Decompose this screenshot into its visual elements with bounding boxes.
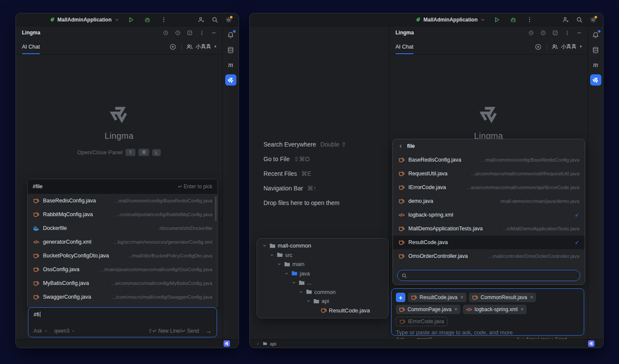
context-chip[interactable]: </>logback-spring.xml× xyxy=(463,305,527,314)
notifications-icon[interactable] xyxy=(225,29,236,40)
chevron-down-icon[interactable] xyxy=(284,271,289,276)
chat-input-placeholder[interactable]: Type or paste an image to ask, code, and… xyxy=(396,329,579,336)
lingma-status-icon[interactable] xyxy=(224,340,230,347)
maven-icon[interactable]: m xyxy=(590,59,601,70)
file-item[interactable]: BucketPolicyConfigDto.java‎.../mall/dto/… xyxy=(28,249,218,263)
help-icon[interactable] xyxy=(173,28,182,37)
add-user-icon[interactable] xyxy=(196,15,206,24)
model-select[interactable]: qwen3 xyxy=(54,328,75,334)
chevron-down-icon xyxy=(480,17,485,22)
chat-input-value[interactable]: #fi xyxy=(34,311,211,327)
chevron-down-icon[interactable] xyxy=(306,299,311,303)
new-chat-icon[interactable] xyxy=(169,43,177,51)
file-item[interactable]: IErrorCode.java‎...ava/com/macro/mall/co… xyxy=(393,180,585,194)
more-icon[interactable] xyxy=(563,28,571,37)
file-item[interactable]: RequestUtil.java‎...a/com/macro/mall/com… xyxy=(393,167,585,180)
tab-ai-chat[interactable]: AI Chat xyxy=(395,39,414,54)
lingma-tool-icon[interactable] xyxy=(225,74,236,86)
java-file-icon xyxy=(398,225,405,232)
file-item[interactable]: OssConfig.java‎.../main/java/com/macro/m… xyxy=(28,263,218,276)
tab-ai-chat[interactable]: AI Chat xyxy=(22,39,40,54)
file-item[interactable]: BaseRedisConfig.java‎...mall/common/conf… xyxy=(393,153,585,167)
picker-search-input[interactable] xyxy=(397,270,580,281)
new-chat-icon[interactable] xyxy=(534,43,542,51)
lingma-logo-label: Lingma xyxy=(104,131,133,141)
search-icon[interactable] xyxy=(210,15,220,24)
history-icon[interactable] xyxy=(161,28,170,37)
run-button[interactable] xyxy=(126,15,136,24)
mode-select[interactable]: Ask xyxy=(34,328,48,334)
help-icon[interactable] xyxy=(539,28,547,37)
run-config-selector[interactable]: MallAdminApplication xyxy=(415,17,485,23)
debug-button[interactable] xyxy=(509,15,518,24)
add-context-button[interactable]: + xyxy=(396,293,405,302)
file-item[interactable]: SwaggerConfig.java‎.../com/macro/mall/co… xyxy=(28,290,218,304)
tree-folder-item[interactable]: ... xyxy=(260,278,385,288)
file-item[interactable]: Dockerfile‎/document/sh/Dockerfile‎ xyxy=(28,221,218,235)
add-user-icon[interactable] xyxy=(561,15,570,24)
picker-header[interactable]: file xyxy=(393,139,585,153)
file-query-row[interactable]: #file ↵ Enter to pick xyxy=(28,179,218,194)
file-item[interactable]: MallDemoApplicationTests.java‎...o/MallD… xyxy=(393,222,585,236)
breadcrumb-label: api xyxy=(270,341,276,346)
file-item[interactable]: RabbitMqConfig.java‎...cro/mall/portal/c… xyxy=(28,208,218,221)
search-icon[interactable] xyxy=(575,15,584,24)
context-chip[interactable]: IErrorCode.java xyxy=(396,317,447,326)
chevron-down-icon[interactable] xyxy=(299,290,303,294)
java-file-icon xyxy=(472,294,478,301)
remove-chip-icon[interactable]: × xyxy=(454,306,457,312)
file-item[interactable]: BaseRedisConfig.java‎...mall/common/conf… xyxy=(28,194,218,208)
database-icon[interactable] xyxy=(225,44,236,55)
chevron-down-icon[interactable] xyxy=(291,280,296,285)
breadcrumb[interactable]: api xyxy=(256,341,276,346)
user-menu[interactable]: 小真真 ▼ xyxy=(552,43,582,50)
more-actions-icon[interactable] xyxy=(159,15,169,24)
settings-gear-icon[interactable] xyxy=(224,15,233,24)
minimize-icon[interactable] xyxy=(209,28,218,37)
file-item[interactable]: OmsOrderController.java‎...mall/controll… xyxy=(393,249,585,263)
notifications-icon[interactable] xyxy=(590,29,601,40)
file-item[interactable]: demo.java‎/mall-demo/src/main/java/demo.… xyxy=(393,194,585,208)
tree-folder-item[interactable]: src xyxy=(260,251,385,260)
context-chip[interactable]: CommonResult.java× xyxy=(469,293,536,302)
run-config-selector[interactable]: MallAdminApplication xyxy=(49,17,120,23)
tree-folder-item[interactable]: main xyxy=(260,260,385,269)
context-chip[interactable]: ResultCode.java× xyxy=(408,293,466,302)
run-button[interactable] xyxy=(492,15,502,24)
tree-folder-item[interactable]: java xyxy=(260,269,385,278)
maven-icon[interactable]: m xyxy=(225,59,236,70)
send-button[interactable]: → xyxy=(205,327,211,334)
remove-chip-icon[interactable]: × xyxy=(460,294,463,300)
debug-button[interactable] xyxy=(143,15,152,24)
file-item[interactable]: </>generatorConfig.xml‎...bg/src/main/re… xyxy=(28,235,218,249)
edit-icon[interactable] xyxy=(551,28,559,37)
chevron-down-icon[interactable] xyxy=(262,243,267,248)
file-item[interactable]: MyBatisConfig.java‎...a/com/macro/mall/c… xyxy=(28,276,218,290)
more-icon[interactable] xyxy=(197,28,206,37)
context-chip[interactable]: CommonPage.java× xyxy=(396,305,460,314)
remove-chip-icon[interactable]: × xyxy=(530,294,533,300)
file-item[interactable]: </>logback-spring.xml‎‎✓ xyxy=(393,208,585,222)
scrollbar[interactable] xyxy=(215,196,217,221)
remove-chip-icon[interactable]: × xyxy=(521,306,524,312)
chevron-down-icon[interactable] xyxy=(270,253,274,257)
back-chevron-icon[interactable] xyxy=(398,144,403,149)
tree-folder-item[interactable]: common xyxy=(260,288,385,297)
lingma-tool-icon[interactable] xyxy=(590,74,601,86)
tree-file-item[interactable]: ResultCode.java xyxy=(260,306,385,315)
more-actions-icon[interactable] xyxy=(525,15,534,24)
database-icon[interactable] xyxy=(590,44,601,55)
key-shift: ⇧ xyxy=(126,149,135,156)
settings-gear-icon[interactable] xyxy=(588,15,598,24)
chat-input-box[interactable]: + ResultCode.java×CommonResult.java×Comm… xyxy=(391,288,584,336)
chevron-down-icon[interactable] xyxy=(277,262,282,266)
file-item[interactable]: ResultCode.java‎‎✓ xyxy=(393,236,585,249)
chat-input-box[interactable]: #fi Ask qwen3 ⇧↵ New Line/↵ Send → xyxy=(28,307,217,337)
history-icon[interactable] xyxy=(527,28,535,37)
lingma-status-icon[interactable] xyxy=(588,340,594,347)
user-menu[interactable]: 小真真 ▼ xyxy=(186,43,217,50)
tree-folder-item[interactable]: api xyxy=(260,297,385,306)
minimize-icon[interactable] xyxy=(575,28,583,37)
edit-icon[interactable] xyxy=(185,28,194,37)
tree-folder-item[interactable]: mall-common xyxy=(260,241,385,251)
